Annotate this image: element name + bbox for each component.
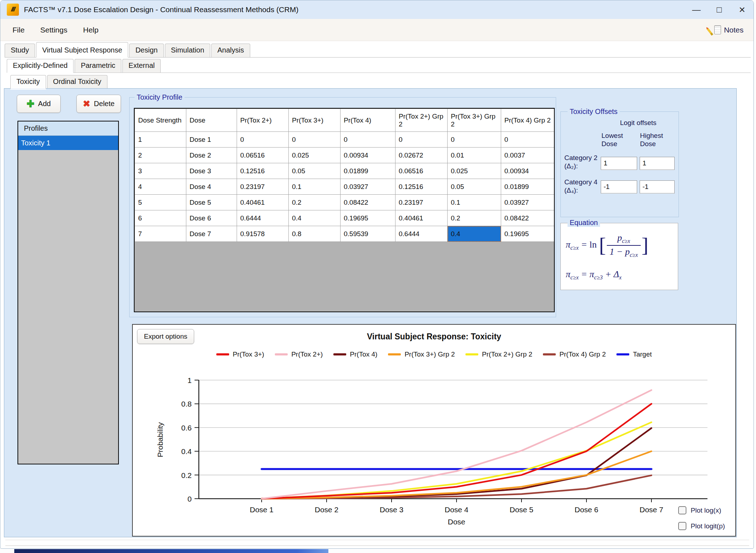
table-cell[interactable]: Dose 6 (186, 210, 237, 226)
legend-label: Pr(Tox 3+) (233, 350, 264, 358)
table-cell[interactable]: 3 (135, 163, 186, 179)
table-cell[interactable]: 6 (135, 210, 186, 226)
table-cell[interactable]: 0.12516 (237, 163, 289, 179)
table-cell[interactable]: 0 (237, 132, 289, 148)
tab-parametric[interactable]: Parametric (75, 59, 121, 73)
titlebar: /// FACTS™ v7.1 Dose Escalation Design -… (0, 0, 754, 19)
table-cell[interactable]: 0.0037 (501, 148, 554, 163)
table-cell[interactable]: 0.19695 (501, 226, 554, 242)
table-cell[interactable]: 0.05 (448, 179, 501, 195)
table-cell[interactable]: 0.6444 (395, 226, 448, 242)
table-cell[interactable]: 0.00934 (341, 148, 395, 163)
taskbar-sliver (14, 549, 328, 553)
notes-button[interactable]: Notes (711, 25, 744, 35)
table-cell[interactable]: 0.08422 (341, 195, 395, 210)
table-cell[interactable]: 0.8 (289, 226, 341, 242)
table-cell[interactable]: 0.025 (289, 148, 341, 163)
close-button[interactable]: × (731, 0, 754, 19)
category-4-highest-input[interactable] (640, 180, 675, 194)
table-cell[interactable]: 1 (135, 132, 186, 148)
table-cell[interactable]: 0.23197 (237, 179, 289, 195)
tab-external[interactable]: External (122, 59, 161, 73)
table-cell[interactable]: Dose 4 (186, 179, 237, 195)
tab-analysis[interactable]: Analysis (211, 44, 250, 57)
table-cell[interactable]: 0 (448, 132, 501, 148)
table-cell[interactable]: 0.12516 (395, 179, 448, 195)
maximize-button[interactable]: □ (708, 0, 731, 19)
menu-file[interactable]: File (0, 26, 32, 34)
tab-toxicity[interactable]: Toxicity (10, 75, 46, 89)
table-cell[interactable]: 7 (135, 226, 186, 242)
table-cell[interactable]: 0.01 (448, 148, 501, 163)
column-header: Pr(Tox 4) Grp 2 (501, 109, 554, 132)
table-cell[interactable]: 0 (289, 132, 341, 148)
table-cell[interactable]: 0.01899 (501, 179, 554, 195)
table-cell[interactable]: 0.00934 (501, 163, 554, 179)
app-window: /// FACTS™ v7.1 Dose Escalation Design -… (0, 0, 754, 549)
toxicity-offsets-groupbox: Logit offsets Lowest Dose Highest Dose C… (560, 111, 679, 217)
table-cell[interactable]: 0 (395, 132, 448, 148)
equation-group-label: Equation (568, 219, 600, 227)
table-cell[interactable]: 2 (135, 148, 186, 163)
tab-explicitly-defined[interactable]: Explicitly-Defined (7, 59, 74, 73)
table-cell[interactable]: Dose 2 (186, 148, 237, 163)
equation-line-2: πc≥x = πc≥3 + Δx (566, 269, 621, 281)
svg-text:0.8: 0.8 (181, 400, 192, 408)
table-cell[interactable]: 0.91578 (237, 226, 289, 242)
table-cell[interactable]: 0 (501, 132, 554, 148)
tab-study[interactable]: Study (5, 44, 35, 57)
plot-logitp-checkbox[interactable] (678, 522, 686, 530)
table-cell[interactable]: 0.6444 (237, 210, 289, 226)
table-cell[interactable]: Dose 1 (186, 132, 237, 148)
category-2-lowest-input[interactable] (601, 157, 637, 170)
menu-settings[interactable]: Settings (32, 26, 75, 34)
table-cell[interactable]: 0.01899 (341, 163, 395, 179)
table-cell[interactable]: 5 (135, 195, 186, 210)
menu-help[interactable]: Help (75, 26, 106, 34)
column-header: Dose Strength (135, 109, 186, 132)
tab-simulation[interactable]: Simulation (165, 44, 210, 57)
table-cell[interactable]: 0 (341, 132, 395, 148)
table-cell[interactable]: 0.23197 (395, 195, 448, 210)
table-cell[interactable]: 4 (135, 179, 186, 195)
svg-text:0.4: 0.4 (181, 447, 192, 455)
plot-logx-checkbox[interactable] (678, 506, 686, 514)
table-cell[interactable]: 0.06516 (237, 148, 289, 163)
toxicity-profile-table: Dose StrengthDosePr(Tox 2+)Pr(Tox 3+)Pr(… (135, 109, 554, 242)
table-row: 6Dose 60.64440.40.196950.404610.20.08422 (135, 210, 554, 226)
profile-item-toxicity-1[interactable]: Toxicity 1 (18, 136, 118, 150)
table-cell[interactable]: Dose 3 (186, 163, 237, 179)
category-4-lowest-input[interactable] (601, 180, 637, 194)
legend-item: Pr(Tox 3+) (216, 350, 264, 358)
chart-legend: Pr(Tox 3+)Pr(Tox 2+)Pr(Tox 4)Pr(Tox 3+) … (133, 350, 735, 358)
table-cell[interactable]: 0.06516 (395, 163, 448, 179)
delete-profile-button[interactable]: ✖ Delete (76, 95, 121, 113)
table-row: 5Dose 50.404610.20.084220.231970.10.0392… (135, 195, 554, 210)
minimize-button[interactable]: — (685, 0, 708, 19)
table-cell[interactable]: 0.03927 (501, 195, 554, 210)
table-cell[interactable]: 0.40461 (237, 195, 289, 210)
table-cell[interactable]: 0.40461 (395, 210, 448, 226)
tab-virtual-subject-response[interactable]: Virtual Subject Response (36, 42, 128, 58)
table-cell[interactable]: 0.03927 (341, 179, 395, 195)
table-cell[interactable]: 0.2 (448, 210, 501, 226)
table-row: 4Dose 40.231970.10.039270.125160.050.018… (135, 179, 554, 195)
table-cell[interactable]: 0.1 (448, 195, 501, 210)
table-cell[interactable]: 0.19695 (341, 210, 395, 226)
table-cell[interactable]: 0.02672 (395, 148, 448, 163)
category-2-highest-input[interactable] (640, 157, 675, 170)
table-cell[interactable]: Dose 7 (186, 226, 237, 242)
add-profile-button[interactable]: ✚ Add (17, 95, 61, 113)
table-cell[interactable]: 0.2 (289, 195, 341, 210)
table-cell[interactable]: 0.1 (289, 179, 341, 195)
table-cell[interactable]: Dose 5 (186, 195, 237, 210)
tab-design[interactable]: Design (129, 44, 163, 57)
svg-text:1: 1 (187, 376, 192, 384)
table-cell[interactable]: 0.05 (289, 163, 341, 179)
table-cell[interactable]: 0.59539 (341, 226, 395, 242)
table-cell[interactable]: 0.08422 (501, 210, 554, 226)
table-cell[interactable]: 0.4 (448, 226, 501, 242)
tab-ordinal-toxicity[interactable]: Ordinal Toxicity (47, 75, 107, 89)
table-cell[interactable]: 0.025 (448, 163, 501, 179)
table-cell[interactable]: 0.4 (289, 210, 341, 226)
